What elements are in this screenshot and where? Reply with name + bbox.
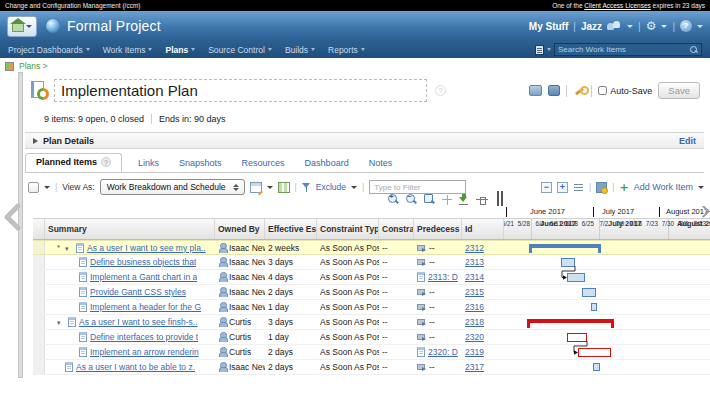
tab-links[interactable]: Links	[128, 155, 169, 172]
filter-funnel-icon[interactable]	[302, 182, 311, 192]
auto-save-toggle[interactable]: Auto-Save	[598, 86, 652, 96]
id-link[interactable]: 2312	[465, 243, 484, 253]
summary-link[interactable]: Define business objects that	[90, 257, 196, 267]
id-link[interactable]: 2319	[465, 347, 484, 357]
breadcrumb-plans-link[interactable]: Plans >	[19, 61, 48, 71]
title-help-icon[interactable]: ?	[435, 85, 446, 96]
save-button[interactable]: Save	[658, 82, 700, 99]
add-predecessor-icon[interactable]	[417, 363, 426, 371]
auto-save-checkbox[interactable]	[598, 86, 607, 95]
predecessor-link[interactable]: 2313: D	[428, 272, 458, 282]
columns-icon[interactable]	[278, 182, 290, 193]
archive-icon[interactable]	[548, 85, 560, 96]
table-row[interactable]: Implement a header for the G Isaac New 1…	[33, 300, 710, 315]
help-icon[interactable]: ?	[680, 20, 692, 32]
zoom-fit-icon[interactable]	[424, 194, 435, 205]
add-predecessor-icon[interactable]	[417, 303, 426, 311]
table-row[interactable]: As a user I want to see finsh-s.. Curtis…	[33, 315, 710, 330]
chevron-down-icon[interactable]	[267, 186, 273, 189]
tab-dashboard[interactable]: Dashboard	[295, 155, 359, 172]
refresh-icon[interactable]	[596, 182, 607, 193]
home-button[interactable]	[7, 16, 37, 37]
expand-all-icon[interactable]: +	[557, 182, 568, 193]
select-all-checkbox[interactable]	[28, 182, 39, 193]
view-as-select[interactable]: Work Breakdown and Schedule	[100, 179, 245, 195]
edit-plan-icon[interactable]	[250, 182, 262, 193]
col-constraint-date[interactable]: Constrain	[379, 219, 414, 239]
my-stuff-link[interactable]: My Stuff	[529, 21, 568, 32]
collapse-all-icon[interactable]: −	[541, 182, 552, 193]
summary-link[interactable]: Provide Gantt CSS styles	[90, 287, 186, 297]
summary-link[interactable]: Implement an arrow renderin	[90, 347, 199, 357]
table-row[interactable]: Implement an arrow renderin Curtis 2 day…	[33, 345, 710, 360]
summary-link[interactable]: Implement a header for the G	[90, 302, 201, 312]
col-effective-est[interactable]: Effective Est	[265, 219, 317, 239]
col-predecessors[interactable]: Predecess	[414, 219, 462, 239]
search-scope-icon[interactable]	[535, 45, 544, 55]
summary-link[interactable]: As a user I want to see finsh-s..	[79, 317, 198, 327]
scroll-to-today-icon[interactable]	[442, 195, 452, 205]
table-row[interactable]: Provide Gantt CSS styles Isaac New 2 day…	[33, 285, 710, 300]
id-link[interactable]: 2316	[465, 302, 484, 312]
download-icon[interactable]	[459, 194, 469, 205]
edit-link[interactable]: Edit	[679, 136, 696, 146]
table-row[interactable]: *As a user I want to see my pla.. Isaac …	[33, 240, 710, 255]
mini-plan-icon[interactable]	[5, 62, 14, 71]
chevron-down-icon[interactable]	[627, 25, 633, 28]
summary-link[interactable]: As a user I want to be able to z.	[76, 362, 195, 372]
collapse-left-chevron-icon[interactable]	[1, 203, 25, 231]
col-constraint-type[interactable]: Constraint Type	[317, 219, 379, 239]
resize-columns-icon[interactable]	[476, 196, 488, 204]
configure-wrench-icon[interactable]	[573, 85, 585, 97]
id-link[interactable]: 2314	[465, 272, 484, 282]
plan-title-input[interactable]	[54, 79, 427, 102]
id-link[interactable]: 2320	[465, 332, 484, 342]
table-row[interactable]: As a user I want to be able to z. Isaac …	[33, 360, 710, 375]
col-owned-by[interactable]: Owned By	[215, 219, 265, 239]
gantt-splitter-handle[interactable]	[497, 191, 504, 206]
expander-icon[interactable]	[57, 317, 65, 327]
nav-builds[interactable]: Builds	[285, 45, 315, 55]
nav-source-control[interactable]: Source Control	[208, 45, 272, 55]
id-link[interactable]: 2313	[465, 257, 484, 267]
col-id[interactable]: Id	[462, 219, 504, 239]
summary-link[interactable]: Define interfaces to provide t	[90, 332, 198, 342]
people-icon[interactable]	[607, 21, 622, 32]
zoom-in-icon[interactable]: +	[388, 194, 399, 205]
summary-link[interactable]: As a user I want to see my pla..	[87, 243, 206, 253]
scroll-right-chevron-icon[interactable]	[696, 206, 708, 218]
tab-resources[interactable]: Resources	[232, 155, 295, 172]
expand-right-icon[interactable]	[33, 138, 38, 144]
nav-work-items[interactable]: Work Items	[103, 45, 153, 55]
user-menu-label[interactable]: Jazz	[581, 21, 602, 32]
chevron-down-icon[interactable]	[547, 48, 551, 51]
chevron-down-icon[interactable]	[698, 186, 704, 189]
add-predecessor-icon[interactable]	[417, 333, 426, 341]
table-row[interactable]: Define business objects that Isaac New 3…	[33, 255, 710, 270]
plan-details-bar[interactable]: Plan Details Edit	[25, 132, 704, 149]
table-row[interactable]: Implement a Gantt chart in a Isaac New 4…	[33, 270, 710, 285]
tab-help-icon[interactable]: ?	[101, 157, 111, 167]
id-link[interactable]: 2318	[465, 317, 484, 327]
id-link[interactable]: 2315	[465, 287, 484, 297]
client-access-licenses-link[interactable]: Client Access Licenses	[584, 2, 650, 9]
zoom-out-icon[interactable]: −	[406, 194, 417, 205]
chevron-down-icon[interactable]	[351, 186, 357, 189]
col-summary[interactable]: Summary	[45, 219, 215, 239]
tab-notes[interactable]: Notes	[359, 155, 403, 172]
id-link[interactable]: 2317	[465, 362, 484, 372]
add-predecessor-icon[interactable]	[417, 244, 426, 252]
summary-link[interactable]: Implement a Gantt chart in a	[90, 272, 197, 282]
nav-project-dashboards[interactable]: Project Dashboards	[8, 45, 90, 55]
predecessor-link[interactable]: 2320: D	[428, 347, 458, 357]
expander-icon[interactable]	[65, 243, 73, 253]
exclude-button[interactable]: Exclude	[316, 182, 346, 192]
nav-plans[interactable]: Plans	[165, 45, 195, 55]
chevron-down-icon[interactable]	[44, 186, 50, 189]
chevron-down-icon[interactable]	[697, 25, 703, 28]
snapshot-icon[interactable]	[529, 85, 542, 96]
chevron-down-icon[interactable]	[661, 25, 667, 28]
outline-view-icon[interactable]	[573, 182, 584, 193]
add-work-item-button[interactable]: Add Work Item	[634, 182, 693, 192]
search-input[interactable]: Search Work Items	[554, 43, 702, 56]
